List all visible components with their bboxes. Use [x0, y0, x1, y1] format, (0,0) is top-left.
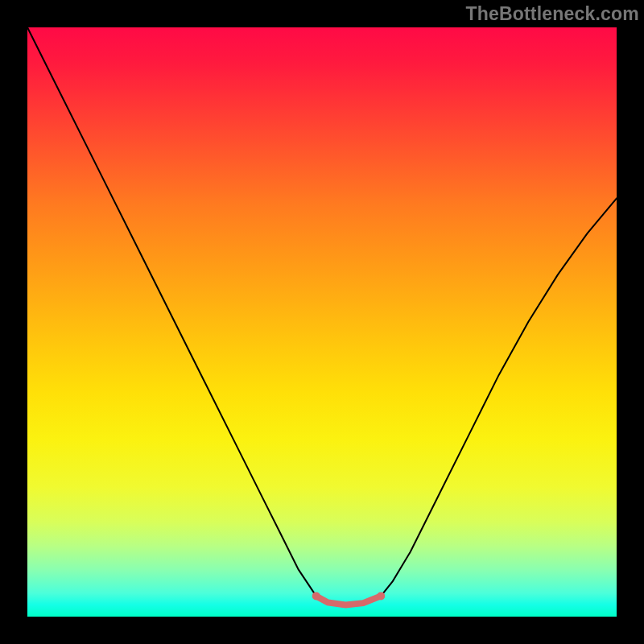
optimal-dot-left — [312, 592, 320, 600]
optimal-marker — [316, 596, 382, 605]
optimal-dot-right — [377, 592, 385, 600]
bottleneck-curve — [27, 27, 617, 617]
chart-frame: TheBottleneck.com — [0, 0, 644, 644]
curve-line — [27, 27, 617, 605]
plot-area — [27, 27, 617, 617]
watermark-text: TheBottleneck.com — [465, 3, 639, 25]
